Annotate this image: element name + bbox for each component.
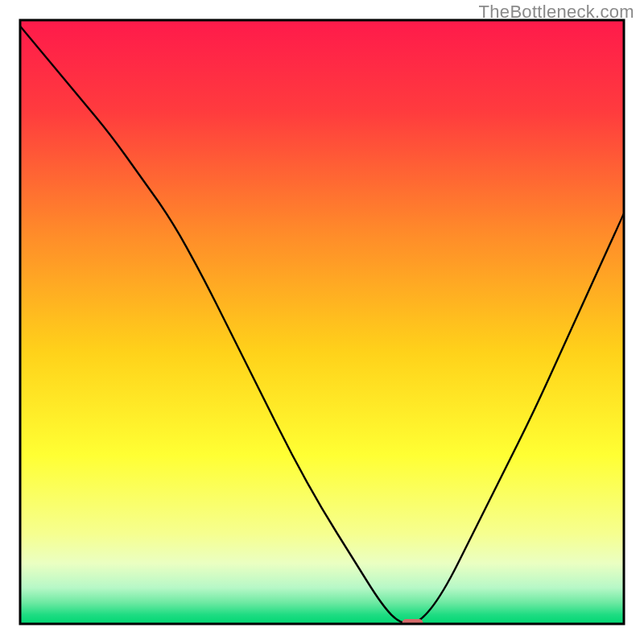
plot-background xyxy=(20,20,624,624)
bottleneck-chart xyxy=(0,0,644,644)
chart-container: TheBottleneck.com xyxy=(0,0,644,644)
watermark-label: TheBottleneck.com xyxy=(479,2,634,23)
